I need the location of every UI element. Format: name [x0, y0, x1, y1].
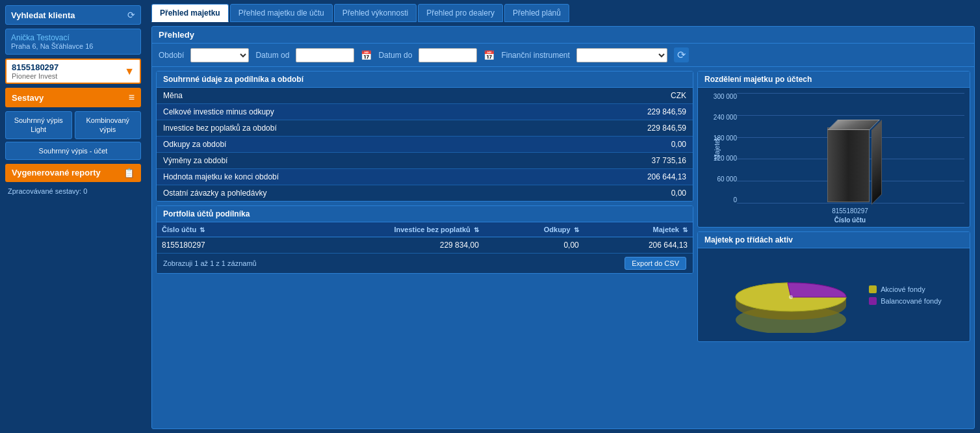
summary-row-label: Výměny za období: [157, 153, 539, 169]
pie-legend-balancovane: Balancované fondy: [869, 297, 942, 305]
tab-prehled-majetku[interactable]: Přehled majetku: [151, 4, 229, 22]
summary-row-label: Měna: [157, 88, 539, 104]
summary-row-value: 0,00: [539, 137, 693, 153]
sidebar-client-name: Anička Testovací: [11, 33, 135, 42]
portfolio-box: Portfolia účtů podílníka Číslo účtu ⇅ In…: [156, 205, 693, 274]
pie-chart-legend: Akciové fondy Balancované fondy: [869, 285, 942, 305]
summary-row: Investice bez poplatků za období229 846,…: [157, 120, 693, 137]
portfolio-table: Číslo účtu ⇅ Investice bez poplatků ⇅ Od…: [157, 222, 693, 253]
sidebar-refresh-icon[interactable]: ⟳: [127, 10, 135, 20]
pie-chart-header: Majetek po třídách aktiv: [698, 232, 970, 248]
datum-od-calendar-icon[interactable]: 📅: [361, 50, 372, 60]
sidebar-account-number: 8155180297: [12, 62, 58, 72]
sidebar-sestavy-menu-icon: ≡: [129, 92, 135, 103]
col-odkupy[interactable]: Odkupy ⇅: [484, 222, 584, 237]
tab-prehled-dealery[interactable]: Přehled pro dealery: [418, 4, 503, 22]
summary-row: Výměny za období37 735,16: [157, 153, 693, 169]
datum-od-input[interactable]: [296, 48, 354, 62]
summary-row-value: 229 846,59: [539, 104, 693, 120]
summary-row-value: 0,00: [539, 185, 693, 202]
tab-prehled-majetku-uctu[interactable]: Přehled majetku dle účtu: [230, 4, 333, 22]
sidebar-btn-souhrnny-ucet[interactable]: Souhrnný výpis - účet: [5, 142, 141, 160]
pie-chart-svg: [726, 261, 856, 333]
pie-chart-box: Majetek po třídách aktiv: [697, 231, 970, 342]
summary-row-value: CZK: [539, 88, 693, 104]
sidebar-client-info: Anička Testovací Praha 6, Na Šťáhlavce 1…: [5, 29, 141, 55]
prehled-controls: Období Datum od 📅 Datum do 📅 Finanční in…: [152, 44, 974, 67]
pie-legend-balancovane-color: [869, 297, 877, 305]
sidebar-reports-label: Vygenerované reporty: [12, 168, 101, 177]
pie-legend-akciove: Akciové fondy: [869, 285, 942, 293]
portfolio-cell-cislo: 8155180297: [157, 237, 275, 254]
datum-do-input[interactable]: [419, 48, 477, 62]
bar-chart-bar-side: [871, 120, 882, 205]
sidebar-btn-souhrnny-kombinovany[interactable]: Kombinovaný výpis: [75, 111, 142, 139]
sidebar: Vyhledat klienta ⟳ Anička Testovací Prah…: [0, 0, 146, 433]
bar-chart-account-label: 8155180297 Číslo účtu: [832, 206, 868, 224]
summary-row-label: Odkupy za období: [157, 137, 539, 153]
sidebar-search-label: Vyhledat klienta: [11, 10, 75, 20]
summary-row: MěnaCZK: [157, 88, 693, 104]
summary-row-value: 37 735,16: [539, 153, 693, 169]
sidebar-sestavy-header[interactable]: Sestavy ≡: [5, 88, 141, 107]
sidebar-btn-souhrnny-light[interactable]: Souhrnný výpis Light: [5, 111, 72, 139]
tab-prehled-vykonnosti[interactable]: Přehled výkonnosti: [334, 4, 417, 22]
controls-refresh-icon[interactable]: ⟳: [674, 47, 689, 62]
datum-od-label: Datum od: [255, 51, 289, 60]
panel-area: Přehledy Období Datum od 📅 Datum do 📅 Fi…: [151, 26, 975, 429]
financni-select[interactable]: [576, 48, 667, 62]
right-column: Rozdělení majetku po účtech Majetek 300 …: [697, 71, 970, 425]
prehled-section-header: Přehledy: [152, 27, 974, 44]
bar-chart-xlabel-container: 8155180297 Číslo účtu: [703, 206, 964, 224]
financni-label: Finanční instrument: [501, 51, 569, 60]
sidebar-sestavy-label: Sestavy: [12, 93, 44, 103]
portfolio-header: Portfolia účtů podílníka: [157, 206, 693, 222]
obdobi-select[interactable]: [190, 48, 249, 62]
portfolio-footer: Zobrazuji 1 až 1 z 1 záznamů Export do C…: [157, 253, 693, 273]
pie-legend-akciove-label: Akciové fondy: [881, 285, 925, 293]
summary-row-value: 206 644,13: [539, 169, 693, 185]
summary-row: Celkové investice minus odkupy229 846,59: [157, 104, 693, 120]
sidebar-reports-header[interactable]: Vygenerované reporty 📋: [5, 164, 141, 182]
two-col-layout: Souhrnné údaje za podílníka a období Měn…: [152, 67, 974, 428]
y-label-180: 180 000: [714, 135, 737, 142]
summary-row-label: Celkové investice minus odkupy: [157, 104, 539, 120]
svg-point-1: [789, 295, 793, 299]
summary-row: Odkupy za období0,00: [157, 137, 693, 153]
sidebar-account-name: Pioneer Invest: [12, 72, 58, 80]
sidebar-account-box[interactable]: 8155180297 Pioneer Invest ▼: [5, 59, 141, 84]
portfolio-cell-odkupy: 0,00: [484, 237, 584, 254]
summary-row-label: Hodnota majetku ke konci období: [157, 169, 539, 185]
summary-table: MěnaCZKCelkové investice minus odkupy229…: [157, 88, 693, 201]
y-label-120: 120 000: [714, 155, 737, 162]
sidebar-reports-icon: 📋: [123, 168, 135, 178]
col-cislo-uctu[interactable]: Číslo účtu ⇅: [157, 222, 275, 237]
bar-chart-header: Rozdělení majetku po účtech: [698, 72, 970, 88]
y-label-300: 300 000: [714, 93, 737, 100]
col-investice[interactable]: Investice bez poplatků ⇅: [275, 222, 484, 237]
sidebar-search-box[interactable]: Vyhledat klienta ⟳: [5, 5, 141, 25]
sidebar-sestavy-buttons: Souhrnný výpis Light Kombinovaný výpis S…: [5, 111, 141, 160]
datum-do-label: Datum do: [378, 51, 412, 60]
bar-chart-bar-front: [827, 127, 870, 202]
tabs-bar: Přehled majetku Přehled majetku dle účtu…: [151, 4, 975, 22]
pie-chart-wrapper: Akciové fondy Balancované fondy: [698, 248, 970, 341]
datum-do-calendar-icon[interactable]: 📅: [484, 50, 495, 60]
summary-row-value: 229 846,59: [539, 120, 693, 137]
pie-chart-svg-container: [726, 261, 856, 335]
summary-row: Hodnota majetku ke konci období206 644,1…: [157, 169, 693, 185]
portfolio-row: 8155180297 229 834,00 0,00 206 644,13: [157, 237, 693, 254]
main-content: Přehled majetku Přehled majetku dle účtu…: [146, 0, 980, 433]
summary-row-label: Ostatní závazky a pohledávky: [157, 185, 539, 202]
sidebar-account-arrow-icon[interactable]: ▼: [124, 66, 135, 77]
summary-box: Souhrnné údaje za podílníka a období Měn…: [156, 71, 693, 202]
tab-prehled-planu[interactable]: Přehled plánů: [504, 4, 569, 22]
left-column: Souhrnné údaje za podílníka a období Měn…: [156, 71, 693, 425]
obdobi-label: Období: [159, 51, 184, 60]
sidebar-processing-label: Zpracovávané sestavy: 0: [5, 186, 141, 196]
summary-row-label: Investice bez poplatků za období: [157, 120, 539, 137]
col-majetek[interactable]: Majetek ⇅: [584, 222, 693, 237]
y-label-60: 60 000: [717, 176, 737, 183]
export-csv-button[interactable]: Export do CSV: [625, 257, 686, 270]
portfolio-cell-investice: 229 834,00: [275, 237, 484, 254]
